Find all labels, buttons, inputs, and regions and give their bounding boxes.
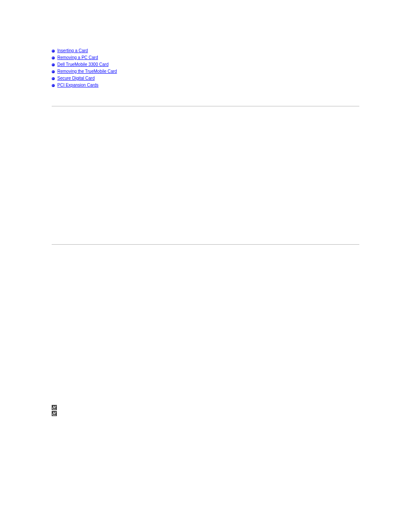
bullet-icon bbox=[52, 84, 55, 87]
toc-item: Removing the TrueMobile Card bbox=[52, 68, 359, 75]
toc-item: Dell TrueMobile 3300 Card bbox=[52, 61, 359, 68]
toc-link-removing-truemobile[interactable]: Removing the TrueMobile Card bbox=[57, 68, 117, 75]
divider bbox=[52, 106, 359, 106]
divider bbox=[52, 244, 359, 245]
toc-item: Secure Digital Card bbox=[52, 75, 359, 82]
bullet-icon bbox=[52, 50, 55, 53]
toc-link-inserting-card[interactable]: Inserting a Card bbox=[57, 48, 88, 54]
note-row bbox=[52, 405, 359, 410]
bullet-icon bbox=[52, 63, 55, 66]
note-icon bbox=[52, 411, 57, 416]
toc-link-secure-digital[interactable]: Secure Digital Card bbox=[57, 75, 95, 81]
note-icon bbox=[52, 405, 57, 410]
bullet-icon bbox=[52, 77, 55, 80]
table-of-contents: Inserting a Card Removing a PC Card Dell… bbox=[52, 47, 359, 89]
toc-item: PCI Expansion Cards bbox=[52, 82, 359, 89]
toc-item: Removing a PC Card bbox=[52, 54, 359, 61]
toc-link-removing-pc-card[interactable]: Removing a PC Card bbox=[57, 55, 98, 61]
toc-link-pci-expansion[interactable]: PCI Expansion Cards bbox=[57, 82, 99, 88]
bullet-icon bbox=[52, 56, 55, 59]
bullet-icon bbox=[52, 70, 55, 73]
toc-item: Inserting a Card bbox=[52, 47, 359, 54]
content-spacer bbox=[52, 258, 359, 404]
content-spacer bbox=[52, 119, 359, 231]
note-row bbox=[52, 411, 359, 416]
document-page: Inserting a Card Removing a PC Card Dell… bbox=[0, 0, 411, 532]
toc-link-truemobile-card[interactable]: Dell TrueMobile 3300 Card bbox=[57, 62, 109, 68]
